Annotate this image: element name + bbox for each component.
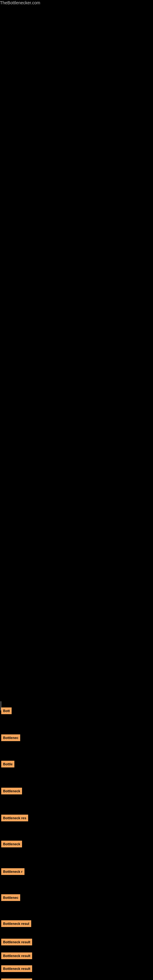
bottleneck-result-badge-7: Bottlenec bbox=[1, 894, 20, 901]
result-row-11: Bottleneck result bbox=[0, 965, 153, 973]
result-row-5: Bottleneck bbox=[0, 841, 153, 849]
result-row-2: Bottle bbox=[0, 761, 153, 769]
bottleneck-result-badge-5: Bottleneck bbox=[1, 841, 22, 847]
bottleneck-result-badge-6: Bottleneck r bbox=[1, 868, 24, 875]
bottleneck-result-badge-10: Bottleneck result bbox=[1, 953, 32, 959]
bottleneck-result-badge-11: Bottleneck result bbox=[1, 965, 32, 972]
result-row-12: Bottleneck result bbox=[0, 978, 153, 980]
bottleneck-result-badge-4: Bottleneck res bbox=[1, 815, 28, 821]
bottleneck-result-badge-2: Bottle bbox=[1, 761, 14, 767]
result-row-6: Bottleneck r bbox=[0, 868, 153, 876]
result-row-0: Bott bbox=[0, 708, 153, 715]
result-row-10: Bottleneck result bbox=[0, 953, 153, 960]
bottleneck-result-badge-0: Bott bbox=[1, 708, 12, 714]
chart-area bbox=[0, 5, 153, 704]
bottleneck-result-badge-1: Bottlenec bbox=[1, 734, 20, 741]
result-row-9: Bottleneck result bbox=[0, 939, 153, 947]
result-row-4: Bottleneck res bbox=[0, 815, 153, 822]
bottleneck-result-badge-3: Bottleneck bbox=[1, 788, 22, 794]
bottleneck-result-badge-12: Bottleneck result bbox=[1, 978, 32, 980]
site-title: TheBottlenecker.com bbox=[0, 0, 153, 5]
bottleneck-result-badge-8: Bottleneck resul bbox=[1, 920, 31, 927]
site-title-text: TheBottlenecker.com bbox=[0, 0, 40, 8]
result-row-8: Bottleneck resul bbox=[0, 920, 153, 928]
bottleneck-result-badge-9: Bottleneck result bbox=[1, 939, 32, 945]
result-row-1: Bottlenec bbox=[0, 734, 153, 742]
result-row-7: Bottlenec bbox=[0, 894, 153, 902]
result-row-3: Bottleneck bbox=[0, 788, 153, 795]
